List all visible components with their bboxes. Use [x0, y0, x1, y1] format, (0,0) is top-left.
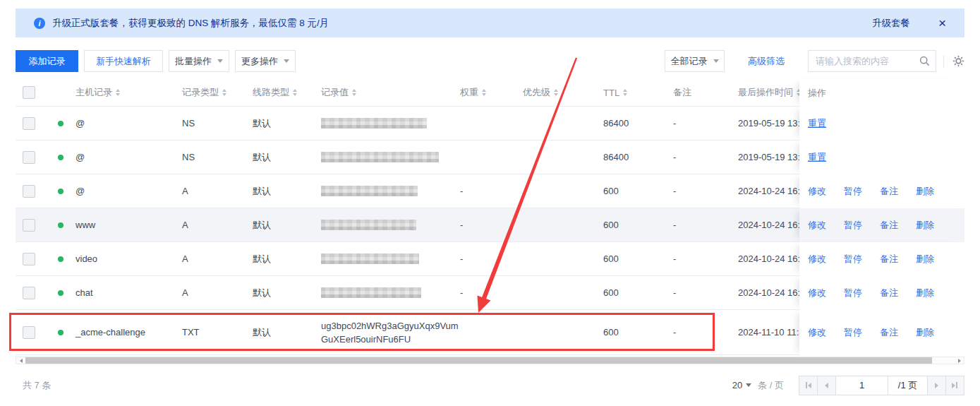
action-reset-link[interactable]: 重置 [808, 117, 826, 130]
col-header-weight: 权重 [460, 86, 478, 99]
table-row: @ NS 默认 86400 - 2019-05-19 13: 重置 [16, 107, 964, 141]
search-box [808, 50, 936, 72]
advanced-filter-button[interactable]: 高级筛选 [736, 55, 797, 68]
search-input[interactable] [814, 55, 919, 67]
status-dot [58, 330, 63, 335]
action-note-link[interactable]: 备注 [880, 185, 898, 198]
status-dot [58, 189, 63, 194]
action-modify-link[interactable]: 修改 [808, 326, 826, 339]
select-all-checkbox[interactable] [23, 86, 35, 99]
action-modify-link[interactable]: 修改 [808, 219, 826, 232]
action-pause-link[interactable]: 暂停 [844, 253, 862, 265]
action-note-link[interactable]: 备注 [880, 219, 898, 232]
row-checkbox[interactable] [23, 185, 35, 198]
weight: - [460, 220, 523, 230]
horizontal-scrollbar [16, 357, 964, 364]
sort-icon[interactable] [482, 89, 486, 96]
record-type: A [182, 287, 253, 298]
last-operation-time: 2019-05-19 13: [738, 152, 799, 162]
ttl: 600 [603, 327, 673, 338]
host-record: video [75, 253, 182, 264]
action-pause-link[interactable]: 暂停 [844, 219, 862, 232]
host-record: @ [75, 186, 182, 196]
col-header-type: 记录类型 [182, 86, 219, 99]
note: - [673, 253, 738, 264]
more-operations-button[interactable]: 更多操作 [235, 50, 296, 72]
last-operation-time: 2024-11-10 11:3 [738, 327, 799, 338]
action-reset-link[interactable]: 重置 [808, 151, 826, 164]
record-filter-label: 全部记录 [671, 55, 708, 68]
batch-operations-button[interactable]: 批量操作 [169, 50, 229, 72]
action-note-link[interactable]: 备注 [880, 326, 898, 339]
row-checkbox[interactable] [23, 117, 35, 130]
record-value-line1: ug3bpc02hWRg3aGgyuXqx9Vum [321, 321, 459, 331]
table-row: chat A 默认 - 600 - 2024-10-24 16: 修改 暂停 备… [16, 276, 964, 310]
row-checkbox[interactable] [23, 253, 35, 265]
table-header-row: 主机记录 记录类型 线路类型 记录值 权重 优先级 TTL 备注 最后操作时间 … [16, 79, 964, 107]
record-filter-dropdown[interactable]: 全部记录 [665, 50, 725, 72]
row-checkbox[interactable] [23, 219, 35, 232]
last-operation-time: 2024-10-24 16: [738, 220, 799, 230]
action-note-link[interactable]: 备注 [880, 253, 898, 265]
action-delete-link[interactable]: 删除 [916, 185, 934, 198]
prev-page-button[interactable] [817, 376, 836, 395]
row-checkbox[interactable] [23, 151, 35, 164]
scrollbar-thumb[interactable] [25, 357, 932, 364]
close-icon[interactable]: × [938, 16, 946, 30]
action-delete-link[interactable]: 删除 [916, 287, 934, 299]
first-page-button[interactable] [799, 376, 818, 395]
action-delete-link[interactable]: 删除 [916, 253, 934, 265]
note: - [673, 287, 738, 298]
row-checkbox[interactable] [23, 287, 35, 299]
record-value-line2: GuXEerl5ouirNFu6FU [321, 334, 411, 345]
sort-icon[interactable] [623, 89, 627, 96]
page-size-dropdown[interactable]: 20 [732, 380, 751, 390]
action-pause-link[interactable]: 暂停 [844, 185, 862, 198]
upgrade-plan-link[interactable]: 升级套餐 [872, 17, 910, 30]
chevron-down-icon [746, 383, 751, 387]
chevron-down-icon [713, 59, 719, 63]
add-record-button[interactable]: 添加记录 [16, 50, 78, 72]
action-delete-link[interactable]: 删除 [916, 326, 934, 339]
table-row: www A 默认 - 600 - 2024-10-24 16: 修改 暂停 备注… [16, 208, 964, 242]
search-icon[interactable] [919, 56, 930, 66]
sort-icon[interactable] [352, 89, 356, 96]
action-note-link[interactable]: 备注 [880, 287, 898, 299]
weight: - [460, 186, 523, 196]
host-record: www [75, 220, 182, 230]
masked-record-value [321, 220, 416, 230]
col-header-priority: 优先级 [523, 86, 550, 99]
masked-record-value [321, 186, 418, 196]
next-page-button[interactable] [927, 376, 946, 395]
last-page-button[interactable] [945, 376, 964, 395]
footer: 共 7 条 20 条 / 页 /1 页 [16, 364, 964, 406]
last-operation-time: 2019-05-19 13: [738, 118, 799, 129]
page-number-input[interactable] [835, 376, 888, 395]
settings-gear-icon[interactable] [952, 55, 964, 67]
scroll-left-arrow[interactable] [16, 357, 25, 364]
action-modify-link[interactable]: 修改 [808, 253, 826, 265]
ttl: 600 [603, 253, 673, 264]
line-type: 默认 [253, 185, 321, 198]
col-header-time: 最后操作时间 [738, 86, 793, 99]
scroll-right-arrow[interactable] [955, 357, 964, 364]
last-operation-time: 2024-10-24 16: [738, 186, 799, 196]
action-pause-link[interactable]: 暂停 [844, 326, 862, 339]
action-pause-link[interactable]: 暂停 [844, 287, 862, 299]
row-checkbox[interactable] [23, 326, 35, 339]
record-type: NS [182, 118, 253, 129]
action-modify-link[interactable]: 修改 [808, 287, 826, 299]
weight: - [460, 287, 523, 298]
col-header-actions-label: 操作 [808, 87, 826, 100]
per-page-label: 条 / 页 [758, 379, 784, 392]
sort-icon[interactable] [293, 89, 297, 96]
record-type: A [182, 186, 253, 196]
action-delete-link[interactable]: 删除 [916, 219, 934, 232]
action-modify-link[interactable]: 修改 [808, 185, 826, 198]
ttl: 600 [603, 287, 673, 298]
sort-icon[interactable] [554, 89, 558, 96]
quick-parse-button[interactable]: 新手快速解析 [84, 50, 163, 72]
sort-icon[interactable] [116, 89, 120, 96]
sort-icon[interactable] [222, 89, 226, 96]
masked-record-value [321, 152, 439, 162]
